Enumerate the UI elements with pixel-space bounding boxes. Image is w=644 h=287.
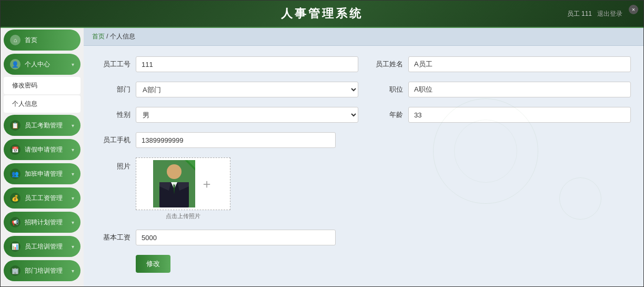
salary-group: 基本工资 [96, 230, 358, 245]
photo-hint: 点击上传照片 [136, 212, 230, 220]
photo-plus-icon: ＋ [200, 175, 213, 192]
employee-id-group: 员工工号 [96, 56, 358, 72]
sidebar: ⌂ 首页 👤 个人中心 ▾ 修改密码 个人信息 📋 员工考勤管理 ▾ [1, 28, 84, 286]
app-title: 人事管理系统 [281, 6, 363, 22]
content-relative: 员工工号 员工姓名 部门 A部门 [84, 46, 643, 286]
position-input[interactable] [408, 82, 631, 97]
gender-label: 性别 [96, 110, 130, 120]
leave-icon: 📅 [10, 144, 21, 155]
employee-id-label: 员工工号 [96, 60, 130, 69]
svg-point-1 [167, 164, 182, 179]
chevron-down-icon-leave: ▾ [72, 147, 74, 153]
form-container: 员工工号 员工姓名 部门 A部门 [84, 46, 643, 283]
sidebar-item-leave[interactable]: 📅 请假申请管理 ▾ [4, 139, 80, 160]
chevron-down-icon-dept: ▾ [72, 268, 74, 274]
dept-training-label: 部门培训管理 [25, 266, 67, 275]
attendance-icon: 📋 [10, 120, 21, 131]
update-button[interactable]: 修改 [136, 255, 170, 273]
chevron-down-icon-attendance: ▾ [72, 123, 74, 128]
department-select[interactable]: A部门 B部门 C部门 [136, 82, 358, 97]
breadcrumb-home[interactable]: 首页 [92, 33, 105, 40]
age-input[interactable] [408, 107, 631, 123]
sidebar-item-home[interactable]: ⌂ 首页 [4, 29, 80, 51]
chevron-down-icon-overtime: ▾ [72, 171, 74, 177]
breadcrumb-separator: / [106, 33, 108, 40]
phone-label: 员工手机 [96, 135, 130, 145]
breadcrumb-current: 个人信息 [110, 33, 135, 40]
recruit-label: 招聘计划管理 [25, 218, 67, 227]
phone-input[interactable] [136, 132, 336, 148]
photo-avatar-svg [153, 160, 195, 207]
main-layout: ⌂ 首页 👤 个人中心 ▾ 修改密码 个人信息 📋 员工考勤管理 ▾ [1, 28, 643, 286]
photo-placeholder: ＋ [153, 160, 213, 207]
attendance-label: 员工考勤管理 [25, 121, 67, 130]
overtime-icon: 👥 [10, 169, 21, 179]
change-password-label: 修改密码 [12, 81, 72, 90]
recruit-icon: 📢 [10, 217, 21, 227]
photo-section: 照片 [96, 157, 631, 220]
chevron-down-icon: ▾ [72, 62, 74, 67]
age-group: 年龄 [369, 107, 631, 123]
age-label: 年龄 [369, 110, 403, 120]
form-row-3: 性别 男 女 年龄 [96, 107, 631, 123]
employee-mgmt-icon: 💰 [10, 193, 21, 203]
employee-id-input[interactable] [136, 56, 358, 72]
sidebar-home-label: 首页 [25, 36, 74, 45]
position-group: 职位 [369, 82, 631, 97]
sidebar-item-training[interactable]: 📊 员工培训管理 ▾ [4, 236, 80, 257]
sidebar-item-employee-mgmt[interactable]: 💰 员工工资管理 ▾ [4, 187, 80, 209]
employee-name-group: 员工姓名 [369, 56, 631, 72]
sidebar-item-dept-training[interactable]: 🏢 部门培训管理 ▾ [4, 260, 80, 281]
home-icon: ⌂ [10, 35, 21, 45]
training-label: 员工培训管理 [25, 242, 67, 251]
phone-group: 员工手机 [96, 132, 358, 148]
personal-center-icon: 👤 [10, 59, 21, 70]
sidebar-personal-center-label: 个人中心 [25, 60, 67, 69]
sidebar-item-personal-center[interactable]: 👤 个人中心 ▾ [4, 54, 80, 75]
close-button[interactable]: × [629, 5, 638, 14]
user-info-area: 员工 111 退出登录 [567, 9, 622, 18]
sidebar-item-recruit[interactable]: 📢 招聘计划管理 ▾ [4, 212, 80, 233]
position-label: 职位 [369, 85, 403, 94]
leave-label: 请假申请管理 [25, 145, 67, 154]
form-row-salary: 基本工资 [96, 230, 631, 245]
salary-input[interactable] [136, 230, 336, 245]
gender-select[interactable]: 男 女 [136, 107, 358, 123]
sidebar-item-overtime[interactable]: 👥 加班申请管理 ▾ [4, 163, 80, 184]
department-label: 部门 [96, 85, 130, 94]
sidebar-item-personal-info[interactable]: 个人信息 [4, 95, 80, 113]
department-group: 部门 A部门 B部门 C部门 [96, 82, 358, 97]
button-area: 修改 [136, 255, 631, 273]
photo-label: 照片 [96, 157, 130, 171]
employee-name-label: 员工姓名 [369, 60, 403, 69]
top-header: 人事管理系统 员工 111 退出登录 × [1, 1, 643, 28]
salary-label: 基本工资 [96, 233, 130, 242]
personal-info-label: 个人信息 [12, 100, 72, 108]
photo-upload-area[interactable]: ＋ [136, 157, 230, 210]
form-row-4: 员工手机 [96, 132, 631, 148]
gender-group: 性别 男 女 [96, 107, 358, 123]
breadcrumb: 首页 / 个人信息 [84, 28, 643, 46]
chevron-down-icon-recruit: ▾ [72, 220, 74, 225]
dept-training-icon: 🏢 [10, 265, 21, 276]
app-wrapper: 人事管理系统 员工 111 退出登录 × ⌂ 首页 👤 个人中心 ▾ 修改密码 [0, 0, 644, 287]
employee-name-input[interactable] [408, 56, 631, 72]
employee-mgmt-label: 员工工资管理 [25, 194, 67, 203]
logout-button[interactable]: 退出登录 [597, 9, 622, 18]
training-icon: 📊 [10, 241, 21, 252]
chevron-down-icon-emp: ▾ [72, 195, 74, 201]
sidebar-item-change-password[interactable]: 修改密码 [4, 77, 80, 94]
sidebar-item-attendance[interactable]: 📋 员工考勤管理 ▾ [4, 115, 80, 136]
overtime-label: 加班申请管理 [25, 170, 67, 179]
chevron-down-icon-training: ▾ [72, 244, 74, 250]
form-row-1: 员工工号 员工姓名 [96, 56, 631, 72]
user-label: 员工 111 [567, 9, 592, 18]
form-row-2: 部门 A部门 B部门 C部门 职位 [96, 82, 631, 97]
content-area: 首页 / 个人信息 员工工号 [84, 28, 643, 286]
